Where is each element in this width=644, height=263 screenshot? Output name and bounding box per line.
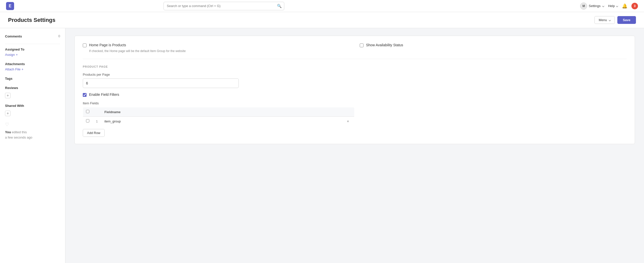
row-dropdown-icon: ▼ bbox=[346, 120, 349, 123]
top-checkboxes: Home Page is Products If checked, the Ho… bbox=[83, 43, 627, 53]
notifications-icon[interactable]: 🔔 bbox=[622, 3, 627, 9]
footer-time: a few seconds ago bbox=[5, 136, 32, 139]
assigned-to-label: Assigned To bbox=[5, 48, 60, 51]
product-page-section-label: PRODUCT PAGE bbox=[83, 65, 627, 68]
home-page-products-sublabel: If checked, the Home page will be the de… bbox=[89, 49, 350, 53]
sidebar-attachments: Attachments Attach File + bbox=[5, 62, 60, 71]
menu-button[interactable]: Menu bbox=[594, 16, 615, 24]
main-content: Home Page is Products If checked, the Ho… bbox=[65, 28, 644, 263]
comments-count: 0 bbox=[58, 34, 60, 38]
sidebar-tags: Tags bbox=[5, 77, 60, 80]
footer-text: edited this bbox=[12, 130, 27, 134]
search-container: 🔍 bbox=[164, 2, 284, 10]
help-chevron-icon bbox=[616, 5, 618, 7]
show-availability-row: Show Availability Status bbox=[360, 43, 627, 47]
show-availability-checkbox[interactable] bbox=[360, 43, 364, 47]
heart-icon: ♡ bbox=[5, 122, 60, 127]
main-layout: Comments 0 Assigned To Assign + Attachme… bbox=[0, 28, 644, 263]
row-num-cell: 1 bbox=[92, 117, 101, 126]
user-avatar: M bbox=[580, 3, 587, 10]
sidebar-reviews: Reviews + bbox=[5, 86, 60, 98]
page-header: Products Settings Menu Save bbox=[0, 12, 644, 28]
topnav-right: M Settings Help 🔔 3 bbox=[580, 3, 638, 10]
sidebar-shared-with: Shared With + bbox=[5, 104, 60, 116]
sidebar-comments: Comments 0 bbox=[5, 34, 60, 38]
th-arrow bbox=[342, 107, 354, 117]
search-input[interactable] bbox=[164, 2, 284, 10]
row-fieldname-cell: item_group bbox=[101, 117, 342, 126]
table-body: 1 item_group ▼ bbox=[83, 117, 354, 126]
row-checkbox[interactable] bbox=[86, 119, 89, 122]
enable-field-filters-checkbox[interactable] bbox=[83, 93, 87, 97]
row-checkbox-cell bbox=[83, 117, 93, 126]
select-all-checkbox[interactable] bbox=[86, 110, 89, 113]
page-title: Products Settings bbox=[8, 17, 55, 23]
header-actions: Menu Save bbox=[594, 16, 636, 24]
enable-field-filters-label: Enable Field Filters bbox=[89, 93, 119, 97]
add-row-button[interactable]: Add Row bbox=[83, 129, 105, 137]
enable-field-filters-row: Enable Field Filters bbox=[83, 93, 627, 97]
app-logo[interactable]: E bbox=[6, 2, 14, 10]
shared-with-label: Shared With bbox=[5, 104, 60, 108]
attach-file-button[interactable]: Attach File + bbox=[5, 67, 60, 71]
add-review-button[interactable]: + bbox=[5, 93, 11, 98]
th-num bbox=[92, 107, 101, 117]
menu-chevron-icon bbox=[609, 19, 611, 21]
topnav: E 🔍 M Settings Help 🔔 3 bbox=[0, 0, 644, 12]
settings-panel: Home Page is Products If checked, the Ho… bbox=[74, 36, 635, 144]
show-availability-label: Show Availability Status bbox=[366, 43, 403, 47]
settings-menu[interactable]: M Settings bbox=[580, 3, 604, 10]
settings-chevron-icon bbox=[602, 5, 604, 7]
item-fields-label: Item Fields bbox=[83, 101, 627, 105]
attach-plus-icon: + bbox=[21, 67, 23, 71]
sidebar: Comments 0 Assigned To Assign + Attachme… bbox=[0, 28, 65, 263]
show-availability-col: Show Availability Status bbox=[360, 43, 627, 53]
tags-label: Tags bbox=[5, 77, 60, 80]
row-arrow-cell[interactable]: ▼ bbox=[342, 117, 354, 126]
item-fields-table: Fieldname 1 item_group bbox=[83, 107, 354, 126]
table-row: 1 item_group ▼ bbox=[83, 117, 354, 126]
help-label: Help bbox=[608, 4, 615, 8]
add-shared-button[interactable]: + bbox=[5, 111, 11, 116]
help-menu[interactable]: Help bbox=[608, 4, 618, 8]
save-button[interactable]: Save bbox=[617, 16, 636, 24]
settings-label: Settings bbox=[589, 4, 600, 8]
th-fieldname: Fieldname bbox=[101, 107, 342, 117]
products-per-page-input[interactable] bbox=[83, 78, 239, 88]
home-page-products-col: Home Page is Products If checked, the Ho… bbox=[83, 43, 350, 53]
sidebar-footer: You edited this a few seconds ago bbox=[5, 130, 60, 140]
products-per-page-label: Products per Page bbox=[83, 73, 627, 76]
assign-plus-icon: + bbox=[16, 53, 18, 57]
footer-you: You bbox=[5, 130, 11, 134]
home-page-products-row: Home Page is Products bbox=[83, 43, 350, 47]
home-page-products-label: Home Page is Products bbox=[89, 43, 126, 47]
notification-badge[interactable]: 3 bbox=[631, 3, 638, 9]
search-icon: 🔍 bbox=[277, 4, 282, 8]
home-page-products-checkbox[interactable] bbox=[83, 43, 87, 47]
th-checkbox bbox=[83, 107, 93, 117]
assign-button[interactable]: Assign + bbox=[5, 53, 60, 57]
comments-label: Comments bbox=[5, 34, 22, 38]
table-header: Fieldname bbox=[83, 107, 354, 117]
sidebar-assigned-to: Assigned To Assign + bbox=[5, 48, 60, 57]
attachments-label: Attachments bbox=[5, 62, 60, 66]
reviews-label: Reviews bbox=[5, 86, 60, 90]
